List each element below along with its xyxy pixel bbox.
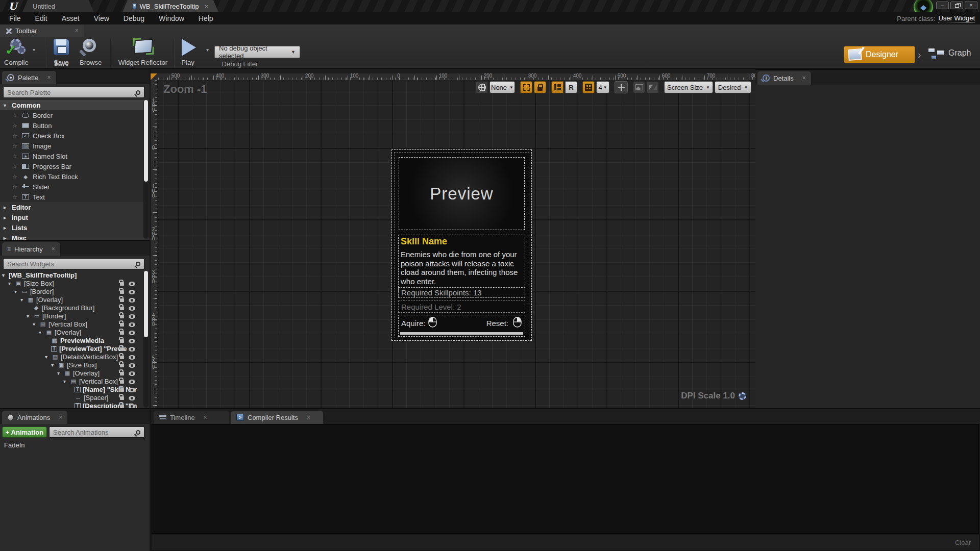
hierarchy-row-previewtext[interactable]: T [PreviewText] "Previe: [0, 344, 144, 353]
screen-size-dropdown[interactable]: Screen Size▼: [664, 81, 713, 93]
hierarchy-row-overlay[interactable]: ▾▦ [Overlay]: [0, 295, 144, 304]
eye-icon[interactable]: [129, 322, 135, 327]
tooltip-widget-preview[interactable]: Preview Skill Name Enemies who die from …: [392, 150, 531, 340]
parent-class-link[interactable]: User Widget: [938, 14, 975, 22]
lock-icon[interactable]: [120, 380, 124, 384]
lock-icon[interactable]: [120, 298, 124, 302]
flip-preview-button[interactable]: [647, 81, 659, 93]
lock-icon[interactable]: [120, 315, 124, 318]
raw-edit-toggle[interactable]: R: [565, 81, 577, 93]
chevron-down-icon[interactable]: ▾: [51, 362, 56, 368]
save-button[interactable]: Save Save: [51, 38, 71, 67]
palette-item-checkbox[interactable]: ☆✓Check Box: [0, 131, 144, 141]
toggle-outlines-button[interactable]: [520, 81, 532, 93]
palette-search-input[interactable]: [4, 89, 136, 96]
lock-icon[interactable]: [120, 396, 124, 400]
chevron-down-icon[interactable]: ▾: [57, 370, 62, 376]
eye-icon[interactable]: [129, 314, 135, 319]
window-minimize-button[interactable]: –: [936, 2, 949, 9]
hierarchy-row-spacer[interactable]: ↔ [Spacer]: [0, 393, 144, 402]
hierarchy-row-detailsvbox[interactable]: ▾▤ [DetailsVerticalBox]: [0, 353, 144, 361]
compiler-results-tab[interactable]: > Compiler Results ×: [231, 411, 323, 424]
favorite-star-icon[interactable]: ☆: [12, 122, 18, 129]
eye-icon[interactable]: [129, 396, 135, 400]
hierarchy-row-root[interactable]: ▾ [WB_SkillTreeTooltip]: [0, 271, 144, 279]
browse-button[interactable]: Browse: [80, 38, 102, 66]
graph-mode-button[interactable]: Graph: [928, 47, 971, 59]
designer-canvas[interactable]: 500 400 300 200 100 0 100 200 300 400 50…: [151, 69, 755, 408]
lock-icon[interactable]: [120, 282, 124, 286]
chevron-down-icon[interactable]: ▾: [45, 354, 50, 360]
lock-icon[interactable]: [120, 307, 124, 310]
menu-asset[interactable]: Asset: [55, 12, 87, 24]
favorite-star-icon[interactable]: ☆: [12, 173, 18, 180]
chevron-down-icon[interactable]: ▾: [39, 330, 43, 335]
timeline-tab[interactable]: Timeline ×: [154, 411, 229, 424]
compile-button[interactable]: ✓ Compile: [4, 38, 29, 66]
play-button[interactable]: Play: [178, 38, 198, 66]
lock-icon[interactable]: [120, 331, 124, 335]
hierarchy-row-border[interactable]: ▾▭ [Border]: [0, 287, 144, 295]
hierarchy-row-sizebox2[interactable]: ▾▣ [Size Box]: [0, 361, 144, 369]
add-animation-button[interactable]: + Animation: [2, 427, 47, 438]
details-tab-close-icon[interactable]: ×: [802, 74, 806, 82]
chevron-down-icon[interactable]: ▾: [27, 313, 31, 319]
fill-rule-dropdown[interactable]: Desired▼: [715, 81, 751, 93]
palette-item-slider[interactable]: ☆Slider: [0, 182, 144, 192]
palette-section-lists[interactable]: ▸Lists: [0, 222, 144, 233]
menu-help[interactable]: Help: [191, 12, 220, 24]
grid-size-dropdown[interactable]: 4▼: [596, 81, 609, 93]
eye-icon[interactable]: [129, 282, 135, 286]
gear-icon[interactable]: [739, 392, 746, 400]
chevron-down-icon[interactable]: ▾: [20, 297, 25, 303]
hierarchy-search-input[interactable]: [4, 260, 136, 268]
debug-filter-combo[interactable]: No debug object selected ▼: [214, 46, 300, 58]
palette-tab[interactable]: ● Palette ×: [2, 71, 56, 84]
favorite-star-icon[interactable]: ☆: [12, 133, 18, 139]
hierarchy-row-overlay3[interactable]: ▾▦ [Overlay]: [0, 369, 144, 377]
favorite-star-icon[interactable]: ☆: [12, 184, 18, 190]
hierarchy-row-previewmedia[interactable]: ▨ PreviewMedia: [0, 336, 144, 344]
dpi-scale[interactable]: DPI Scale 1.0: [681, 391, 746, 401]
hierarchy-scrollbar[interactable]: [143, 271, 149, 408]
palette-scrollbar-thumb[interactable]: [144, 100, 148, 182]
palette-section-misc[interactable]: ▸Misc: [0, 233, 144, 240]
animations-search-input[interactable]: [50, 429, 136, 436]
eye-icon[interactable]: [129, 339, 135, 343]
palette-item-rich-text[interactable]: ☆◆Rich Text Block: [0, 171, 144, 182]
eye-icon[interactable]: [129, 363, 135, 368]
hierarchy-row-sizebox[interactable]: ▾▣ [Size Box]: [0, 279, 144, 287]
lock-icon[interactable]: [120, 405, 124, 408]
favorite-star-icon[interactable]: ☆: [12, 163, 18, 170]
lock-icon[interactable]: [120, 339, 124, 343]
palette-item-text[interactable]: ☆TText: [0, 192, 144, 202]
eye-icon[interactable]: [129, 347, 135, 352]
eye-icon[interactable]: [129, 355, 135, 360]
respect-locks-button[interactable]: [551, 81, 564, 93]
hierarchy-row-background-blur[interactable]: ◆ [Background Blur]: [0, 304, 144, 312]
chevron-down-icon[interactable]: ▾: [63, 379, 68, 384]
chevron-down-icon[interactable]: ▾: [33, 321, 37, 327]
tab-untitled[interactable]: Untitled: [22, 0, 94, 12]
details-tab[interactable]: i Details ×: [757, 71, 811, 85]
palette-section-editor[interactable]: ▸Editor: [0, 202, 144, 212]
animations-tab[interactable]: Animations ×: [2, 411, 67, 424]
menu-window[interactable]: Window: [152, 12, 191, 24]
lock-icon[interactable]: [120, 372, 124, 375]
preview-media-box[interactable]: Preview: [399, 157, 525, 230]
preview-background-button[interactable]: [633, 81, 645, 93]
toolbar-tab[interactable]: Toolbar ×: [0, 24, 84, 37]
favorite-star-icon[interactable]: ☆: [12, 112, 18, 119]
compiler-results-tab-close-icon[interactable]: ×: [307, 414, 310, 421]
transform-mode-button[interactable]: [615, 81, 628, 93]
eye-icon[interactable]: [129, 371, 135, 376]
palette-item-named-slot[interactable]: ☆∗Named Slot: [0, 151, 144, 161]
eye-icon[interactable]: [129, 404, 135, 408]
compile-options-dropdown[interactable]: ▾: [33, 47, 35, 53]
chevron-down-icon[interactable]: ▾: [14, 289, 19, 294]
palette-tab-close-icon[interactable]: ×: [47, 74, 51, 81]
designer-mode-button[interactable]: Designer: [844, 46, 915, 63]
widget-reflector-button[interactable]: Widget Reflector: [115, 38, 170, 66]
hierarchy-row-vbox[interactable]: ▾▤ [Vertical Box]: [0, 320, 144, 328]
palette-section-input[interactable]: ▸Input: [0, 212, 144, 222]
